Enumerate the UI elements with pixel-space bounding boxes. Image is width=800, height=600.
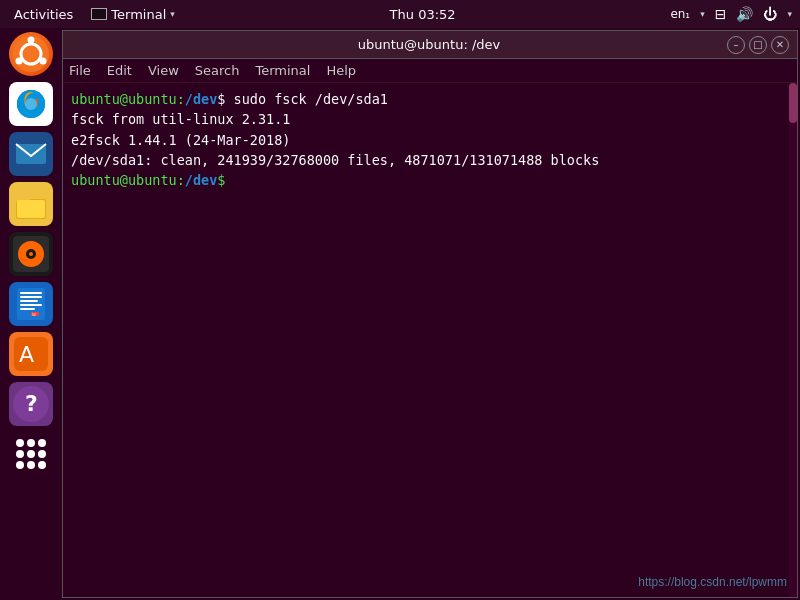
terminal-window: ubuntu@ubuntu: /dev – □ ✕ File Edit View… xyxy=(62,30,798,598)
prompt-path-1: /dev xyxy=(185,91,218,107)
prompt-user-5: ubuntu@ubuntu: xyxy=(71,172,185,188)
prompt-path-5: /dev xyxy=(185,172,218,188)
top-bar-right: en₁ ▾ ⊟ 🔊 ⏻ ▾ xyxy=(670,6,792,22)
menu-file[interactable]: File xyxy=(69,63,91,78)
svg-rect-18 xyxy=(20,300,38,302)
sidebar-item-software[interactable]: A xyxy=(9,332,53,376)
network-icon[interactable]: ⊟ xyxy=(715,6,727,22)
cmd-text-1: $ sudo fsck /dev/sda1 xyxy=(217,91,388,107)
terminal-menubar: File Edit View Search Terminal Help xyxy=(63,59,797,83)
activities-button[interactable]: Activities xyxy=(8,5,79,24)
svg-text:W: W xyxy=(32,312,36,317)
svg-text:A: A xyxy=(19,342,34,367)
maximize-button[interactable]: □ xyxy=(749,36,767,54)
top-bar-clock: Thu 03:52 xyxy=(390,7,456,22)
menu-help[interactable]: Help xyxy=(326,63,356,78)
terminal-chevron-icon: ▾ xyxy=(170,9,175,19)
language-indicator[interactable]: en₁ xyxy=(670,7,690,21)
svg-point-6 xyxy=(25,98,37,110)
svg-rect-19 xyxy=(20,304,42,306)
app-grid-icon xyxy=(16,439,46,469)
prompt-dollar-5: $ xyxy=(217,172,225,188)
sidebar-item-firefox[interactable] xyxy=(9,82,53,126)
window-controls: – □ ✕ xyxy=(727,36,789,54)
sidebar: W A ? xyxy=(0,28,62,600)
menu-search[interactable]: Search xyxy=(195,63,240,78)
svg-point-4 xyxy=(16,58,23,65)
sidebar-item-help[interactable]: ? xyxy=(9,382,53,426)
sidebar-item-mail[interactable] xyxy=(9,132,53,176)
minimize-button[interactable]: – xyxy=(727,36,745,54)
lang-chevron-icon: ▾ xyxy=(700,9,705,19)
terminal-taskbar-button[interactable]: Terminal ▾ xyxy=(91,7,174,22)
terminal-taskbar-icon xyxy=(91,8,107,20)
sidebar-item-rhythmbox[interactable] xyxy=(9,232,53,276)
terminal-line-1: ubuntu@ubuntu:/dev$ sudo fsck /dev/sda1 xyxy=(71,89,789,109)
svg-rect-20 xyxy=(20,308,35,310)
scrollbar-track xyxy=(789,83,797,597)
top-bar-left: Activities Terminal ▾ xyxy=(8,5,175,24)
menu-edit[interactable]: Edit xyxy=(107,63,132,78)
svg-rect-17 xyxy=(20,296,42,298)
terminal-line-4: /dev/sda1: clean, 241939/32768000 files,… xyxy=(71,150,789,170)
sidebar-item-app-grid[interactable] xyxy=(9,432,53,476)
sidebar-item-files[interactable] xyxy=(9,182,53,226)
power-chevron-icon: ▾ xyxy=(787,9,792,19)
terminal-taskbar-label: Terminal xyxy=(111,7,166,22)
menu-view[interactable]: View xyxy=(148,63,179,78)
sidebar-item-ubuntu[interactable] xyxy=(9,32,53,76)
terminal-line-5: ubuntu@ubuntu:/dev$ xyxy=(71,170,789,190)
svg-point-14 xyxy=(29,252,33,256)
status-url: https://blog.csdn.net/lpwmm xyxy=(638,573,787,591)
svg-text:?: ? xyxy=(25,391,38,416)
terminal-line-3: e2fsck 1.44.1 (24-Mar-2018) xyxy=(71,130,789,150)
power-icon[interactable]: ⏻ xyxy=(763,6,777,22)
svg-rect-16 xyxy=(20,292,42,294)
prompt-user-1: ubuntu@ubuntu: xyxy=(71,91,185,107)
terminal-content[interactable]: ubuntu@ubuntu:/dev$ sudo fsck /dev/sda1 … xyxy=(63,83,797,597)
top-bar: Activities Terminal ▾ Thu 03:52 en₁ ▾ ⊟ … xyxy=(0,0,800,28)
scrollbar-thumb[interactable] xyxy=(789,83,797,123)
terminal-line-2: fsck from util-linux 2.31.1 xyxy=(71,109,789,129)
menu-terminal[interactable]: Terminal xyxy=(255,63,310,78)
close-button[interactable]: ✕ xyxy=(771,36,789,54)
main-area: W A ? xyxy=(0,28,800,600)
svg-point-2 xyxy=(28,37,35,44)
svg-rect-10 xyxy=(17,200,45,218)
sidebar-item-writer[interactable]: W xyxy=(9,282,53,326)
terminal-titlebar: ubuntu@ubuntu: /dev – □ ✕ xyxy=(63,31,797,59)
terminal-title: ubuntu@ubuntu: /dev xyxy=(131,37,727,52)
volume-icon[interactable]: 🔊 xyxy=(736,6,753,22)
svg-point-3 xyxy=(40,58,47,65)
